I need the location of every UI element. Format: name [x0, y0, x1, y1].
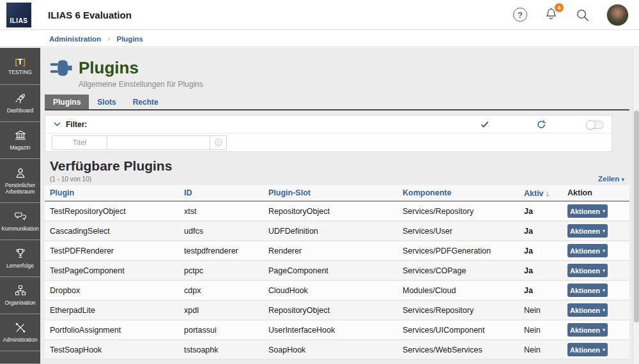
sidebar-item-testing[interactable]: [T] TESTING: [0, 48, 40, 85]
sidebar-item-kommunikation[interactable]: Kommunikation: [0, 203, 40, 240]
aktionen-button-label: Aktionen: [570, 346, 600, 354]
person-icon: [14, 167, 27, 179]
cell-komponente: Services/PDFGeneration: [403, 246, 524, 255]
cell-plugin-slot: PageComponent: [268, 266, 403, 275]
sidebar-item-dashboard[interactable]: Dashboard: [0, 85, 40, 122]
sort-desc-icon[interactable]: ↓: [546, 188, 550, 198]
aktionen-button[interactable]: Aktionen ▾: [567, 323, 608, 337]
sidebar-item-lernerfolge[interactable]: Lernerfolge: [0, 240, 40, 277]
aktionen-button-label: Aktionen: [570, 247, 600, 255]
cell-plugin-slot: RepositoryObject: [268, 306, 403, 315]
cell-plugin-slot: SoapHook: [268, 345, 403, 354]
cell-aktiv: Ja: [524, 286, 567, 295]
breadcrumb-plugins[interactable]: Plugins: [116, 35, 143, 43]
main-content: Plugins Allgemeine Einstellungen für Plu…: [40, 48, 633, 364]
repository-building-icon: [14, 129, 27, 142]
help-icon[interactable]: ?: [513, 8, 527, 22]
filter-title-input[interactable]: [107, 135, 210, 150]
filter-panel: Filter: Titel: [45, 115, 612, 152]
cell-aktion: Aktionen ▾: [567, 264, 629, 277]
cell-aktiv: Ja: [524, 246, 567, 255]
column-header-plugin[interactable]: Plugin: [50, 188, 184, 197]
chevron-down-icon[interactable]: [53, 120, 61, 128]
user-avatar[interactable]: [606, 4, 629, 26]
vertical-scrollbar[interactable]: [633, 48, 639, 364]
cell-aktion: Aktionen ▾: [567, 303, 629, 317]
toggle-knob: [586, 120, 596, 130]
aktionen-button[interactable]: Aktionen ▾: [567, 244, 608, 257]
testing-icon: [T]: [15, 57, 26, 67]
ilias-logo[interactable]: ILIAS: [6, 3, 31, 27]
rows-dropdown-label: Zeilen: [598, 175, 619, 183]
sidebar-item-label: Administration: [3, 337, 38, 343]
search-icon[interactable]: [575, 8, 590, 22]
caret-down-icon: ▾: [603, 307, 605, 313]
table-row: TestPDFRenderer testpdfrenderer Renderer…: [45, 241, 629, 261]
table-row: CascadingSelect udfcs UDFDefinition Serv…: [45, 222, 629, 241]
tab-rechte[interactable]: Rechte: [125, 95, 167, 109]
aktionen-button[interactable]: Aktionen ▾: [567, 343, 608, 356]
cell-id: xpdl: [184, 306, 268, 315]
notifications-button[interactable]: 4: [544, 6, 558, 24]
apply-filter-check-icon[interactable]: [480, 120, 489, 129]
cell-aktiv: Ja: [524, 207, 567, 216]
caret-down-icon: ▾: [603, 248, 605, 254]
cell-aktiv: Nein: [524, 345, 567, 354]
sidebar-item-organisation[interactable]: Organisation: [0, 277, 40, 314]
caret-down-icon: ▾: [603, 327, 605, 333]
cell-plugin: TestPageComponent: [50, 266, 184, 275]
column-header-id[interactable]: ID: [184, 188, 268, 197]
cell-aktiv: Ja: [524, 227, 567, 236]
cell-plugin: PortfolioAssignment: [50, 326, 184, 335]
aktionen-button-label: Aktionen: [570, 267, 600, 275]
aktionen-button[interactable]: Aktionen ▾: [567, 204, 608, 218]
caret-down-icon: ▾: [621, 176, 624, 183]
header-actions: ? 4: [513, 4, 639, 26]
cell-aktion: Aktionen ▾: [567, 204, 629, 218]
sidebar-item-administration[interactable]: Administration: [0, 314, 40, 351]
remove-filter-button[interactable]: [210, 135, 227, 150]
tab-slots[interactable]: Slots: [89, 95, 124, 109]
filter-label[interactable]: Filter:: [66, 120, 87, 129]
cell-aktion: Aktionen ▾: [567, 224, 629, 238]
filter-toggle[interactable]: [587, 121, 604, 129]
aktionen-button[interactable]: Aktionen ▾: [567, 224, 608, 238]
column-header-aktiv[interactable]: Aktiv↓: [524, 188, 567, 198]
aktionen-button[interactable]: Aktionen ▾: [567, 284, 608, 297]
cell-aktiv: Ja: [524, 266, 567, 275]
table-row: PortfolioAssignment portassui UserInterf…: [45, 321, 629, 340]
aktionen-button[interactable]: Aktionen ▾: [567, 303, 608, 317]
plugins-table: Plugin ID Plugin-Slot Komponente Aktiv↓ …: [45, 185, 629, 360]
reset-filter-refresh-icon[interactable]: [536, 119, 546, 130]
cell-id: udfcs: [184, 227, 268, 236]
cell-plugin: TestSoapHook: [50, 345, 184, 354]
cell-aktion: Aktionen ▾: [567, 244, 629, 257]
result-count: (1 - 10 von 10): [50, 176, 629, 183]
scrollbar-thumb[interactable]: [634, 110, 639, 322]
cell-plugin-slot: UserInterfaceHook: [268, 326, 403, 335]
breadcrumb-administration[interactable]: Administration: [49, 35, 101, 43]
sidebar-item-magazin[interactable]: Magazin: [0, 122, 40, 159]
aktionen-button-label: Aktionen: [570, 287, 600, 294]
org-chart-icon: [14, 284, 27, 297]
tab-plugins[interactable]: Plugins: [45, 95, 89, 109]
aktionen-button-label: Aktionen: [570, 208, 600, 215]
column-header-plugin-slot[interactable]: Plugin-Slot: [268, 188, 403, 197]
sidebar-item-label: Persönlicher Arbeitsraum: [1, 182, 39, 195]
column-header-aktion: Aktion: [567, 188, 629, 197]
column-header-komponente[interactable]: Komponente: [403, 188, 524, 197]
sidebar-item-partial[interactable]: [0, 351, 40, 364]
sidebar-item-label: TESTING: [8, 69, 32, 75]
rows-dropdown[interactable]: Zeilen ▾: [598, 175, 624, 183]
aktionen-button[interactable]: Aktionen ▾: [567, 264, 608, 277]
cell-aktion: Aktionen ▾: [567, 323, 629, 337]
tab-bar: Plugins Slots Rechte: [45, 95, 629, 110]
breadcrumb: Administration › Plugins: [0, 31, 639, 47]
cell-id: xtst: [184, 207, 268, 216]
cell-id: cdpx: [184, 286, 268, 295]
cell-plugin-slot: Renderer: [268, 246, 403, 255]
notification-badge: 4: [555, 3, 564, 12]
sidebar-item-persoenlicher-arbeitsraum[interactable]: Persönlicher Arbeitsraum: [0, 159, 40, 203]
cell-komponente: Services/WebServices: [403, 345, 524, 354]
table-row: Dropbox cdpx CloudHook Modules/Cloud Ja …: [45, 281, 629, 301]
